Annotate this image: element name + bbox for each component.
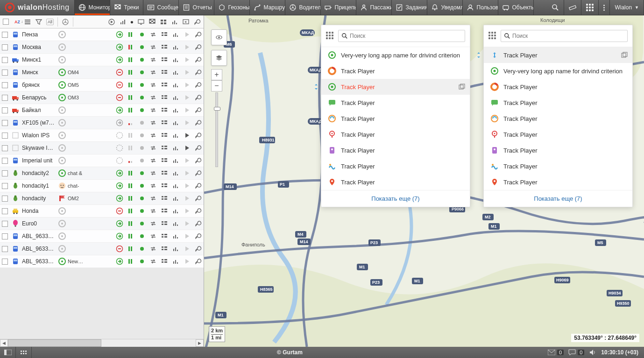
unit-bars-icon[interactable] [127,56,134,63]
unit-detail-icon[interactable] [161,106,168,114]
toolbar-all-btn[interactable]: All [46,19,54,25]
unit-arrow-icon[interactable] [116,169,123,177]
unit-detail-icon[interactable] [161,182,168,190]
unit-bars-icon[interactable] [127,43,134,51]
unit-arrow-icon[interactable] [116,245,123,253]
unit-chart-icon[interactable] [172,195,179,202]
unit-bars-icon[interactable] [127,144,134,152]
unit-arrow-icon[interactable] [116,31,123,38]
drag-handle-icon[interactable] [313,84,319,90]
unit-wrench-icon[interactable] [194,94,202,101]
unit-row[interactable]: Минск OM4 [0,66,204,79]
unit-dot-icon[interactable] [138,195,146,202]
unit-play-icon[interactable] [183,81,191,89]
unit-wrench-icon[interactable] [194,245,202,253]
unit-checkbox[interactable] [2,107,8,113]
unit-wrench-icon[interactable] [194,195,202,202]
unit-chart-icon[interactable] [172,132,179,139]
unit-detail-icon[interactable] [161,43,168,51]
app-item[interactable]: Track Player [484,79,632,95]
unit-swap-icon[interactable] [149,220,157,227]
unit-bars-icon[interactable] [127,31,134,38]
unit-arrow-icon[interactable] [116,56,123,63]
unit-bars-icon[interactable] [127,94,134,101]
unit-arrow-icon[interactable] [116,195,123,202]
unit-chart-icon[interactable] [172,245,179,253]
unit-play-icon[interactable] [183,207,191,215]
unit-checkbox[interactable] [2,32,8,38]
unit-dot-icon[interactable] [138,43,146,51]
unit-chart-icon[interactable] [172,157,179,164]
unit-dot-icon[interactable] [138,245,146,253]
unit-wrench-icon[interactable] [194,220,202,227]
unit-wrench-icon[interactable] [194,182,202,190]
apps-search-2[interactable] [501,30,628,42]
unit-chart-icon[interactable] [172,169,179,177]
unit-checkbox[interactable] [2,44,8,50]
unit-bars-icon[interactable] [127,81,134,89]
app-item[interactable]: Very-very long app name for drivind crit… [321,47,470,63]
unit-wrench-icon[interactable] [194,144,202,152]
unit-bars-icon[interactable] [127,220,134,227]
nav-tab-task[interactable]: Задания [392,0,427,15]
unit-dot-icon[interactable] [138,132,146,139]
unit-detail-icon[interactable] [161,220,168,227]
sms-badge[interactable]: 0 [568,349,584,356]
unit-dot-icon[interactable] [138,94,146,101]
unit-checkbox[interactable] [2,208,8,214]
zoom-out-btn[interactable]: − [211,80,222,91]
unit-detail-icon[interactable] [161,258,168,265]
unit-wrench-icon[interactable] [194,106,202,114]
unit-bars-icon[interactable] [127,157,134,164]
map-area[interactable]: Ратомка Колодищи Фаниполь M6 МКАД МКАД М… [204,15,644,347]
unit-chart-icon[interactable] [172,182,179,190]
app-item[interactable]: Track Player [484,95,632,111]
unit-row[interactable]: ABL_96335_2 [0,230,204,243]
map-visibility-btn[interactable] [211,29,227,45]
nav-ruler[interactable] [564,0,581,15]
unit-checkbox[interactable] [2,196,8,202]
unit-detail-icon[interactable] [161,31,168,38]
unit-play-icon[interactable] [183,132,191,139]
nav-tab-trailer[interactable]: Прицепы [321,0,356,15]
toolbar-checkbox-all[interactable] [3,19,11,25]
unit-play-icon[interactable] [183,157,191,164]
nav-tab-globe[interactable]: Мониторинг [75,0,110,15]
unit-swap-icon[interactable] [149,132,157,139]
unit-wrench-icon[interactable] [194,56,202,63]
app-item[interactable]: Track Player [484,126,632,142]
apps-search-input-1[interactable] [350,33,462,39]
nav-tab-route[interactable]: Маршруты [250,0,285,15]
unit-chart-icon[interactable] [172,119,179,126]
unit-wrench-icon[interactable] [194,119,202,126]
unit-swap-icon[interactable] [149,106,157,114]
nav-tab-geo[interactable]: Геозоны [214,0,250,15]
apps-search-input-2[interactable] [512,33,624,39]
unit-swap-icon[interactable] [149,258,157,265]
unit-row[interactable]: брянск OM5 [0,79,204,91]
unit-row[interactable]: Euro0 [0,218,204,230]
unit-bars-icon[interactable] [127,106,134,114]
nav-apps[interactable] [581,0,599,15]
app-item[interactable]: Track Player [321,142,470,158]
unit-swap-icon[interactable] [149,94,157,101]
unit-swap-icon[interactable] [149,157,157,164]
window-icon[interactable] [459,84,465,90]
unit-arrow-icon[interactable] [116,182,123,190]
unit-chart-icon[interactable] [172,43,179,51]
app-item[interactable]: Track Player [321,174,470,190]
app-item[interactable]: Track Player [321,126,470,142]
unit-swap-icon[interactable] [149,43,157,51]
unit-swap-icon[interactable] [149,56,157,63]
unit-swap-icon[interactable] [149,69,157,76]
toolbar-filter-icon[interactable] [35,18,42,26]
unit-bars-icon[interactable] [127,169,134,177]
nav-tab-report[interactable]: Отчеты [179,0,214,15]
unit-wrench-icon[interactable] [194,43,202,51]
unit-row[interactable]: XF105 (м730рм) [0,117,204,129]
bottom-panel-toggle[interactable] [0,347,16,358]
scroll-left-btn[interactable]: ◀ [0,339,8,347]
unit-checkbox[interactable] [2,70,8,76]
unit-row[interactable]: Москва [0,41,204,54]
unit-chart-icon[interactable] [172,94,179,101]
